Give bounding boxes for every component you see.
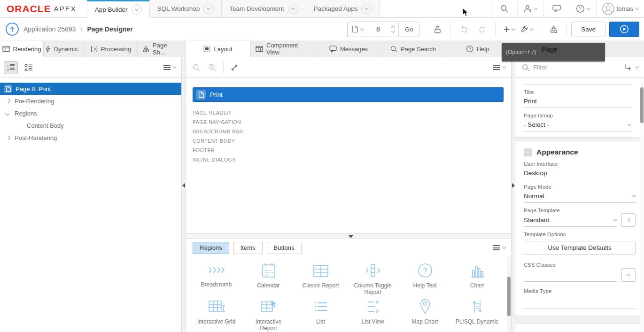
gallery-item-interactive-report[interactable]: Interactive Report <box>242 298 295 332</box>
property-filter-input[interactable] <box>533 64 620 71</box>
tree-menu-button[interactable] <box>163 65 176 70</box>
gallery-item-label: Help Text <box>413 282 437 289</box>
media-type-input[interactable] <box>524 297 636 309</box>
gallery-item-list-view[interactable]: List View <box>347 298 399 332</box>
right-splitter[interactable] <box>511 57 515 332</box>
css-classes-expand-button[interactable] <box>621 268 636 282</box>
shared-components-button[interactable] <box>544 22 562 37</box>
gallery-item-chart[interactable]: Chart <box>451 262 503 295</box>
order-by-processing-button[interactable]: 12 <box>4 61 18 74</box>
gallery-item-column-toggle-report[interactable]: Column Toggle Report <box>347 262 399 295</box>
css-classes-input[interactable] <box>524 270 617 282</box>
tree-node-post-rendering[interactable]: Post-Rendering <box>0 131 181 144</box>
feedback-icon[interactable] <box>543 0 570 17</box>
run-page-button[interactable] <box>609 22 639 37</box>
collapse-down-icon[interactable] <box>349 235 353 238</box>
app-home-icon[interactable] <box>6 23 19 36</box>
tab-page-search[interactable]: Page Search <box>381 41 445 57</box>
slot-label[interactable]: FOOTER <box>193 146 243 155</box>
tab-component-view[interactable]: Component View <box>251 41 316 57</box>
tab-help[interactable]: ? Help <box>445 41 510 57</box>
breadcrumb-application[interactable]: Application 25893 <box>23 25 76 33</box>
tree-node-pre-rendering[interactable]: Pre-Rendering <box>0 95 181 107</box>
appearance-collapse-toggle[interactable] <box>524 148 532 156</box>
left-splitter[interactable] <box>181 57 186 332</box>
slot-label[interactable]: PAGE HEADER <box>193 108 243 117</box>
undo-button[interactable] <box>455 22 473 37</box>
gallery-item-map-chart[interactable]: Map Chart <box>399 298 451 332</box>
expand-layout-icon[interactable] <box>226 64 242 71</box>
search-icon[interactable] <box>491 0 517 17</box>
gallery-item-breadcrumb[interactable]: Breadcrumb <box>190 262 242 295</box>
tab-layout[interactable]: Layout <box>186 41 251 57</box>
tab-rendering[interactable]: Rendering <box>0 41 44 57</box>
gallery-item-classic-report[interactable]: Classic Report <box>295 262 347 295</box>
layout-page-title: Print <box>210 91 223 98</box>
redo-button[interactable] <box>473 22 491 37</box>
chevron-down-icon[interactable] <box>203 4 214 14</box>
utilities-menu-button[interactable] <box>518 22 535 37</box>
gallery-item-plsql-dynamic[interactable]: PL/SQL Dynamic <box>451 298 503 332</box>
chevron-down-icon[interactable] <box>132 4 142 15</box>
user-menu[interactable]: tomas <box>596 0 644 17</box>
gallery-splitter[interactable] <box>186 233 511 239</box>
gallery-scrollbar[interactable] <box>507 257 511 332</box>
slot-label[interactable]: BREADCRUMB BAR <box>193 127 243 136</box>
gallery-scrollbar-thumb[interactable] <box>507 277 511 316</box>
chevron-down-icon[interactable] <box>361 4 372 14</box>
page-finder-button[interactable] <box>348 22 368 37</box>
chart-icon <box>468 262 487 279</box>
gallery-item-interactive-grid[interactable]: Interactive Grid <box>190 298 242 332</box>
order-by-component-type-button[interactable] <box>22 61 36 74</box>
gallery-item-calendar[interactable]: Calendar <box>242 262 295 295</box>
slot-label[interactable]: PAGE NAVIGATION <box>193 117 243 127</box>
nav-tab-packaged-apps[interactable]: Packaged Apps <box>306 0 380 17</box>
go-button[interactable]: Go <box>399 22 419 37</box>
tab-page-shared-components[interactable]: Page Sh... <box>138 41 181 57</box>
chevron-down-icon[interactable] <box>635 65 639 69</box>
lock-button[interactable] <box>428 22 446 37</box>
nav-tab-team-development[interactable]: Team Development <box>221 0 306 17</box>
properties-scrollbar[interactable] <box>640 78 644 332</box>
chevron-down-icon[interactable] <box>288 4 298 14</box>
page-group-select[interactable]: - Select - <box>524 121 631 131</box>
nav-tab-app-builder[interactable]: App Builder <box>87 0 150 18</box>
tab-processing[interactable]: Processing <box>85 41 138 57</box>
gallery-tab-regions[interactable]: Regions <box>193 242 229 254</box>
use-template-defaults-button[interactable]: Use Template Defaults <box>524 241 636 255</box>
gallery-item-list[interactable]: List <box>295 298 347 332</box>
create-menu-button[interactable] <box>500 22 518 37</box>
collapse-right-icon[interactable] <box>512 183 515 188</box>
go-to-group-icon[interactable] <box>624 64 632 71</box>
tree-node-regions[interactable]: Regions <box>0 107 181 119</box>
layout-page-bar[interactable]: Print <box>193 87 504 102</box>
page-number-stepper[interactable] <box>388 22 399 37</box>
tab-label: Processing <box>101 46 131 53</box>
title-input[interactable]: Print <box>524 98 631 108</box>
gallery-tab-buttons[interactable]: Buttons <box>267 242 302 254</box>
nav-tab-sql-workshop[interactable]: SQL Workshop <box>149 0 222 17</box>
save-button[interactable]: Save <box>571 22 605 37</box>
layout-menu-button[interactable] <box>493 65 505 70</box>
svg-text:?: ? <box>579 6 582 11</box>
gallery-tab-items[interactable]: Items <box>233 242 263 254</box>
tree-node-content-body[interactable]: Content Body <box>0 119 181 131</box>
use-template-defaults-label: Use Template Defaults <box>548 244 612 251</box>
page-template-quickpick-button[interactable] <box>621 213 636 227</box>
help-icon[interactable]: ? <box>570 0 596 17</box>
page-mode-select[interactable]: Normal <box>524 193 636 203</box>
page-number-input[interactable] <box>368 22 388 37</box>
administration-icon[interactable] <box>517 0 543 17</box>
gallery-item-help-text[interactable]: ? Help Text <box>399 262 451 295</box>
slot-label[interactable]: CONTENT BODY <box>193 136 243 146</box>
tab-messages[interactable]: Messages <box>316 41 381 57</box>
tab-dynamic-actions[interactable]: Dynamic... <box>44 41 85 57</box>
zoom-out-icon[interactable] <box>188 63 204 72</box>
tree-node-page[interactable]: Page 8: Print <box>0 83 181 95</box>
gallery-menu-button[interactable] <box>493 245 505 250</box>
zoom-in-icon[interactable] <box>204 63 220 72</box>
collapse-left-icon[interactable] <box>182 183 185 188</box>
slot-label[interactable]: INLINE DIALOGS <box>193 155 243 164</box>
properties-scrollbar-thumb[interactable] <box>640 87 644 123</box>
page-template-select[interactable]: Standard <box>524 216 617 227</box>
